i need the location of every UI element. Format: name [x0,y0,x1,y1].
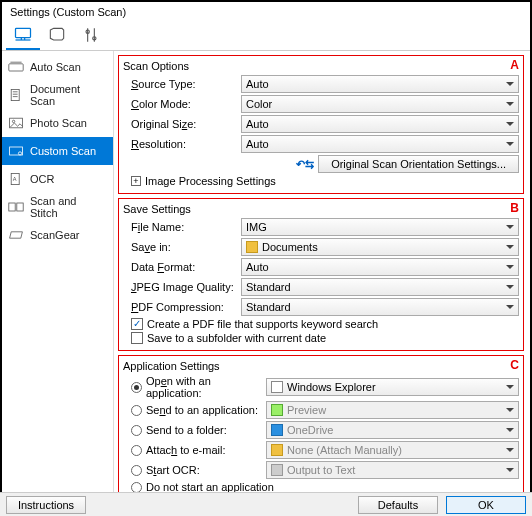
file-name-combo[interactable]: IMG [241,218,519,236]
save-settings-title: Save Settings [123,203,519,215]
sidebar-item-custom-scan[interactable]: Custom Scan [2,137,113,165]
preview-icon [271,404,283,416]
data-format-combo[interactable]: Auto [241,258,519,276]
application-settings-section: C Application Settings Open with an appl… [118,355,524,503]
color-mode-combo[interactable]: Color [241,95,519,113]
sidebar-item-document-scan[interactable]: Document Scan [2,81,113,109]
sidebar-item-label: Photo Scan [30,117,87,129]
attach-email-radio[interactable] [131,445,142,456]
sidebar-item-label: Document Scan [30,83,107,107]
send-app-label: Send to an application: [146,404,266,416]
instructions-button[interactable]: Instructions [6,496,86,514]
open-with-combo[interactable]: Windows Explorer [266,378,519,396]
svg-rect-3 [9,64,23,71]
color-mode-label: Color Mode: [131,98,241,110]
defaults-button[interactable]: Defaults [358,496,438,514]
pdf-compression-combo[interactable]: Standard [241,298,519,316]
application-settings-title: Application Settings [123,360,519,372]
original-size-combo[interactable]: Auto [241,115,519,133]
svg-point-8 [18,152,21,155]
tab-general-settings[interactable] [74,22,108,50]
scangear-icon [8,228,24,242]
sidebar: Auto Scan Document Scan Photo Scan Custo… [2,51,114,503]
tab-scan-from-computer[interactable] [6,22,40,50]
svg-rect-4 [11,89,19,100]
file-name-label: File Name: [131,221,241,233]
source-type-combo[interactable]: Auto [241,75,519,93]
source-type-label: Source Type: [131,78,241,90]
sidebar-item-label: Auto Scan [30,61,81,73]
save-in-label: Save in: [131,241,241,253]
auto-scan-icon [8,60,24,74]
document-icon [8,88,24,102]
attach-email-combo[interactable]: None (Attach Manually) [266,441,519,459]
attach-email-label: Attach to e-mail: [146,444,266,456]
save-settings-section: B Save Settings File Name:IMG Save in:Do… [118,198,524,351]
tab-scan-from-operation-panel[interactable] [40,22,74,50]
scan-options-section: A Scan Options Source Type:Auto Color Mo… [118,55,524,194]
pdf-compression-label: PDF Compression: [131,301,241,313]
svg-point-6 [12,120,14,122]
svg-text:A: A [13,176,17,182]
folder-icon [246,241,258,253]
open-with-radio[interactable] [131,382,142,393]
onedrive-icon [271,424,283,436]
send-app-radio[interactable] [131,405,142,416]
sidebar-item-photo-scan[interactable]: Photo Scan [2,109,113,137]
data-format-label: Data Format: [131,261,241,273]
sidebar-item-label: OCR [30,173,54,185]
svg-rect-0 [16,28,31,37]
checkbox-checked-icon: ✓ [131,318,143,330]
start-ocr-combo[interactable]: Output to Text [266,461,519,479]
do-not-start-radio[interactable] [131,482,142,493]
orientation-arrow-icon: ↶⇆ [296,158,314,171]
open-with-label: Open with an application: [146,375,266,399]
subfolder-checkbox[interactable]: Save to a subfolder with current date [123,332,519,344]
photo-icon [8,116,24,130]
content-scroll[interactable]: A Scan Options Source Type:Auto Color Mo… [114,51,530,503]
orientation-settings-button[interactable]: Original Scan Orientation Settings... [318,155,519,173]
resolution-combo[interactable]: Auto [241,135,519,153]
send-folder-combo[interactable]: OneDrive [266,421,519,439]
pdf-keyword-checkbox[interactable]: ✓Create a PDF file that supports keyword… [123,318,519,330]
send-folder-radio[interactable] [131,425,142,436]
send-app-combo[interactable]: Preview [266,401,519,419]
section-letter-a: A [510,58,519,72]
sidebar-item-ocr[interactable]: AOCR [2,165,113,193]
ocr-icon: A [8,172,24,186]
section-letter-b: B [510,201,519,215]
output-icon [271,464,283,476]
start-ocr-radio[interactable] [131,465,142,476]
original-size-label: Original Size: [131,118,241,130]
explorer-icon [271,381,283,393]
send-folder-label: Send to a folder: [146,424,266,436]
svg-rect-7 [10,147,23,155]
sidebar-item-label: Scan and Stitch [30,195,107,219]
svg-rect-11 [9,203,15,211]
sidebar-item-label: ScanGear [30,229,80,241]
sidebar-item-label: Custom Scan [30,145,96,157]
sidebar-item-scangear[interactable]: ScanGear [2,221,113,249]
sidebar-item-auto-scan[interactable]: Auto Scan [2,53,113,81]
scan-options-title: Scan Options [123,60,519,72]
mail-icon [271,444,283,456]
jpeg-quality-label: JPEG Image Quality: [131,281,241,293]
custom-scan-icon [8,144,24,158]
stitch-icon [8,200,24,214]
jpeg-quality-combo[interactable]: Standard [241,278,519,296]
window-title: Settings (Custom Scan) [2,2,530,20]
image-processing-expander[interactable]: +Image Processing Settings [123,175,519,187]
footer: Instructions Defaults OK [0,492,532,516]
ok-button[interactable]: OK [446,496,526,514]
svg-rect-12 [17,203,23,211]
plus-icon: + [131,176,141,186]
toolbar [2,20,530,51]
save-in-combo[interactable]: Documents [241,238,519,256]
checkbox-unchecked-icon [131,332,143,344]
sidebar-item-scan-stitch[interactable]: Scan and Stitch [2,193,113,221]
section-letter-c: C [510,358,519,372]
start-ocr-label: Start OCR: [146,464,266,476]
resolution-label: Resolution: [131,138,241,150]
